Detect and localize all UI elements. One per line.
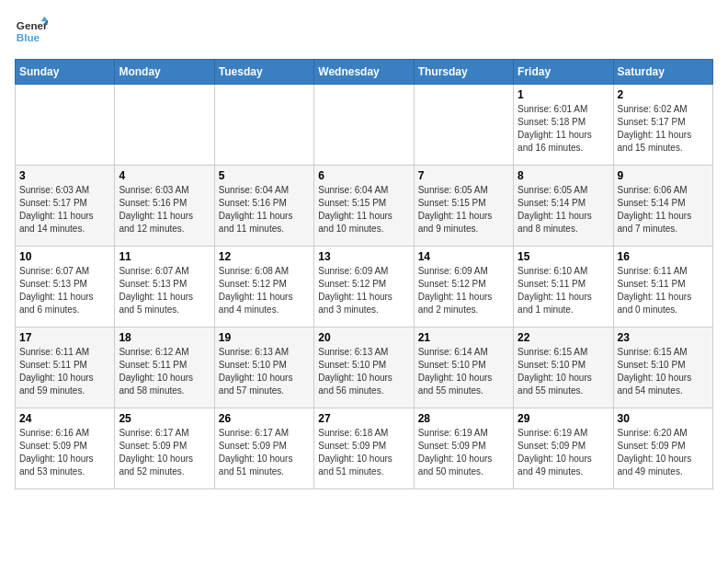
day-info: Sunrise: 6:13 AM Sunset: 5:10 PM Dayligh… xyxy=(219,346,310,397)
calendar-cell: 14Sunrise: 6:09 AM Sunset: 5:12 PM Dayli… xyxy=(414,247,513,327)
day-info: Sunrise: 6:11 AM Sunset: 5:11 PM Dayligh… xyxy=(618,265,709,316)
day-info: Sunrise: 6:07 AM Sunset: 5:13 PM Dayligh… xyxy=(119,265,210,316)
weekday-header: Sunday xyxy=(16,60,115,85)
day-number: 30 xyxy=(618,412,709,425)
day-number: 6 xyxy=(318,169,409,182)
logo-icon: General Blue xyxy=(15,15,48,48)
calendar-cell: 20Sunrise: 6:13 AM Sunset: 5:10 PM Dayli… xyxy=(314,327,414,408)
day-info: Sunrise: 6:17 AM Sunset: 5:09 PM Dayligh… xyxy=(119,427,210,478)
weekday-header: Monday xyxy=(115,60,214,85)
day-number: 4 xyxy=(119,169,210,182)
calendar-cell: 9Sunrise: 6:06 AM Sunset: 5:14 PM Daylig… xyxy=(613,166,712,247)
calendar-cell: 16Sunrise: 6:11 AM Sunset: 5:11 PM Dayli… xyxy=(613,247,712,327)
day-number: 1 xyxy=(518,88,609,101)
day-info: Sunrise: 6:05 AM Sunset: 5:15 PM Dayligh… xyxy=(418,184,509,236)
calendar-cell: 27Sunrise: 6:18 AM Sunset: 5:09 PM Dayli… xyxy=(314,408,414,489)
day-number: 21 xyxy=(418,331,509,344)
calendar-cell: 30Sunrise: 6:20 AM Sunset: 5:09 PM Dayli… xyxy=(613,408,712,489)
weekday-header: Saturday xyxy=(613,60,712,85)
day-info: Sunrise: 6:06 AM Sunset: 5:14 PM Dayligh… xyxy=(618,184,709,236)
day-number: 17 xyxy=(19,331,110,344)
day-info: Sunrise: 6:19 AM Sunset: 5:09 PM Dayligh… xyxy=(418,427,509,478)
calendar-cell: 11Sunrise: 6:07 AM Sunset: 5:13 PM Dayli… xyxy=(115,247,214,327)
day-number: 13 xyxy=(318,250,409,263)
page-header: General Blue xyxy=(15,15,713,48)
calendar-cell xyxy=(115,85,214,166)
day-number: 28 xyxy=(418,412,509,425)
calendar-cell xyxy=(414,85,513,166)
calendar-header-row: SundayMondayTuesdayWednesdayThursdayFrid… xyxy=(16,60,713,85)
day-number: 25 xyxy=(119,412,210,425)
day-info: Sunrise: 6:17 AM Sunset: 5:09 PM Dayligh… xyxy=(219,427,310,478)
day-number: 11 xyxy=(119,250,210,263)
calendar-cell: 23Sunrise: 6:15 AM Sunset: 5:10 PM Dayli… xyxy=(613,327,712,408)
day-info: Sunrise: 6:04 AM Sunset: 5:16 PM Dayligh… xyxy=(219,184,310,236)
calendar-cell: 24Sunrise: 6:16 AM Sunset: 5:09 PM Dayli… xyxy=(16,408,115,489)
day-number: 19 xyxy=(219,331,310,344)
day-number: 20 xyxy=(318,331,409,344)
day-info: Sunrise: 6:11 AM Sunset: 5:11 PM Dayligh… xyxy=(19,346,110,397)
calendar-cell: 12Sunrise: 6:08 AM Sunset: 5:12 PM Dayli… xyxy=(214,247,313,327)
day-info: Sunrise: 6:02 AM Sunset: 5:17 PM Dayligh… xyxy=(618,103,709,155)
calendar-cell: 29Sunrise: 6:19 AM Sunset: 5:09 PM Dayli… xyxy=(514,408,613,489)
calendar-cell: 21Sunrise: 6:14 AM Sunset: 5:10 PM Dayli… xyxy=(414,327,513,408)
calendar-cell: 25Sunrise: 6:17 AM Sunset: 5:09 PM Dayli… xyxy=(115,408,214,489)
calendar-cell: 5Sunrise: 6:04 AM Sunset: 5:16 PM Daylig… xyxy=(214,166,313,247)
calendar-cell: 19Sunrise: 6:13 AM Sunset: 5:10 PM Dayli… xyxy=(214,327,313,408)
day-number: 3 xyxy=(19,169,110,182)
calendar-week-row: 24Sunrise: 6:16 AM Sunset: 5:09 PM Dayli… xyxy=(16,408,713,489)
day-info: Sunrise: 6:15 AM Sunset: 5:10 PM Dayligh… xyxy=(518,346,609,397)
day-number: 16 xyxy=(618,250,709,263)
calendar-cell: 17Sunrise: 6:11 AM Sunset: 5:11 PM Dayli… xyxy=(16,327,115,408)
day-number: 7 xyxy=(418,169,509,182)
logo: General Blue xyxy=(15,15,51,48)
day-info: Sunrise: 6:12 AM Sunset: 5:11 PM Dayligh… xyxy=(119,346,210,397)
day-number: 10 xyxy=(19,250,110,263)
day-number: 22 xyxy=(518,331,609,344)
day-number: 15 xyxy=(518,250,609,263)
day-info: Sunrise: 6:09 AM Sunset: 5:12 PM Dayligh… xyxy=(418,265,509,316)
calendar-cell: 10Sunrise: 6:07 AM Sunset: 5:13 PM Dayli… xyxy=(16,247,115,327)
day-info: Sunrise: 6:15 AM Sunset: 5:10 PM Dayligh… xyxy=(618,346,709,397)
calendar-table: SundayMondayTuesdayWednesdayThursdayFrid… xyxy=(15,59,713,489)
day-number: 26 xyxy=(219,412,310,425)
day-number: 23 xyxy=(618,331,709,344)
day-number: 18 xyxy=(119,331,210,344)
day-info: Sunrise: 6:07 AM Sunset: 5:13 PM Dayligh… xyxy=(19,265,110,316)
calendar-cell: 7Sunrise: 6:05 AM Sunset: 5:15 PM Daylig… xyxy=(414,166,513,247)
day-info: Sunrise: 6:20 AM Sunset: 5:09 PM Dayligh… xyxy=(618,427,709,478)
day-number: 5 xyxy=(219,169,310,182)
day-info: Sunrise: 6:05 AM Sunset: 5:14 PM Dayligh… xyxy=(518,184,609,236)
day-number: 2 xyxy=(618,88,709,101)
calendar-cell: 18Sunrise: 6:12 AM Sunset: 5:11 PM Dayli… xyxy=(115,327,214,408)
day-info: Sunrise: 6:03 AM Sunset: 5:17 PM Dayligh… xyxy=(19,184,110,236)
weekday-header: Thursday xyxy=(414,60,513,85)
calendar-cell xyxy=(214,85,313,166)
calendar-cell xyxy=(16,85,115,166)
day-info: Sunrise: 6:18 AM Sunset: 5:09 PM Dayligh… xyxy=(318,427,409,478)
day-info: Sunrise: 6:04 AM Sunset: 5:15 PM Dayligh… xyxy=(318,184,409,236)
day-info: Sunrise: 6:14 AM Sunset: 5:10 PM Dayligh… xyxy=(418,346,509,397)
day-info: Sunrise: 6:10 AM Sunset: 5:11 PM Dayligh… xyxy=(518,265,609,316)
day-number: 12 xyxy=(219,250,310,263)
weekday-header: Tuesday xyxy=(214,60,313,85)
day-info: Sunrise: 6:01 AM Sunset: 5:18 PM Dayligh… xyxy=(518,103,609,155)
day-number: 14 xyxy=(418,250,509,263)
calendar-week-row: 17Sunrise: 6:11 AM Sunset: 5:11 PM Dayli… xyxy=(16,327,713,408)
calendar-cell: 13Sunrise: 6:09 AM Sunset: 5:12 PM Dayli… xyxy=(314,247,414,327)
calendar-cell: 6Sunrise: 6:04 AM Sunset: 5:15 PM Daylig… xyxy=(314,166,414,247)
weekday-header: Friday xyxy=(514,60,613,85)
calendar-cell: 3Sunrise: 6:03 AM Sunset: 5:17 PM Daylig… xyxy=(16,166,115,247)
calendar-cell xyxy=(314,85,414,166)
calendar-cell: 26Sunrise: 6:17 AM Sunset: 5:09 PM Dayli… xyxy=(214,408,313,489)
day-info: Sunrise: 6:16 AM Sunset: 5:09 PM Dayligh… xyxy=(19,427,110,478)
calendar-cell: 8Sunrise: 6:05 AM Sunset: 5:14 PM Daylig… xyxy=(514,166,613,247)
calendar-cell: 15Sunrise: 6:10 AM Sunset: 5:11 PM Dayli… xyxy=(514,247,613,327)
calendar-cell: 28Sunrise: 6:19 AM Sunset: 5:09 PM Dayli… xyxy=(414,408,513,489)
day-number: 27 xyxy=(318,412,409,425)
calendar-cell: 2Sunrise: 6:02 AM Sunset: 5:17 PM Daylig… xyxy=(613,85,712,166)
svg-text:Blue: Blue xyxy=(17,31,40,43)
calendar-week-row: 3Sunrise: 6:03 AM Sunset: 5:17 PM Daylig… xyxy=(16,166,713,247)
weekday-header: Wednesday xyxy=(314,60,414,85)
calendar-cell: 1Sunrise: 6:01 AM Sunset: 5:18 PM Daylig… xyxy=(514,85,613,166)
